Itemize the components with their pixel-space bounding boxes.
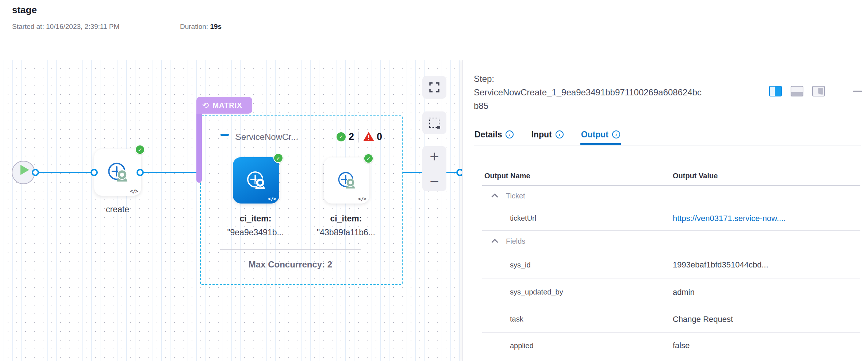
section-header-ticket[interactable]: Ticket (482, 186, 860, 206)
table-row: sys_updated_by admin (482, 278, 860, 306)
success-icon: ✓ (135, 145, 145, 155)
panel-tabs: Details i Input i Output i (474, 124, 861, 145)
matrix-badge[interactable]: ⟳ MATRIX (196, 97, 252, 114)
tab-output[interactable]: Output i (580, 124, 621, 145)
connector-port (32, 169, 39, 176)
output-name: sys_id (482, 261, 673, 269)
section-header-fields[interactable]: Fields (482, 231, 860, 252)
step-title: Step: ServiceNowCreate_1_9ea9e3491bb9711… (474, 72, 784, 113)
info-icon[interactable]: i (612, 130, 620, 138)
layout-split-bottom-icon[interactable] (791, 86, 803, 96)
step-title-line: ServiceNowCreate_1_9ea9e3491bb971100269a… (474, 86, 784, 99)
step-label-create: create (88, 205, 147, 214)
matrix-group-bar (196, 107, 202, 183)
section-label: Fields (506, 237, 525, 246)
param-value: "43b89fa11b6... (306, 225, 386, 239)
chevron-up-icon (491, 239, 498, 245)
failure-count-icon (364, 132, 374, 141)
matrix-node-2-params: ci_item: "43b89fa11b6... (306, 212, 386, 239)
matrix-badge-label: MATRIX (212, 101, 242, 110)
info-icon[interactable]: i (506, 130, 514, 138)
param-label: ci_item: (306, 212, 386, 225)
duration: Duration: 19s (180, 23, 222, 31)
code-icon: </> (268, 196, 276, 202)
step-title-line: b85 (474, 99, 784, 113)
tab-label: Input (531, 130, 552, 140)
fullscreen-button[interactable] (422, 76, 446, 99)
loop-icon: ⟳ (202, 101, 209, 110)
tab-details[interactable]: Details i (474, 124, 514, 145)
matrix-title: ServiceNowCr... (235, 132, 298, 142)
table-row: ticketUrl https://ven03171.service-now..… (482, 206, 860, 231)
execution-header: stage Started at: 10/16/2023, 2:39:11 PM… (0, 0, 868, 60)
layout-float-panel-icon[interactable] (812, 86, 825, 96)
zoom-in-button[interactable]: + (429, 150, 440, 162)
layout-split-right-icon[interactable] (769, 86, 782, 96)
success-count: 2 (349, 131, 354, 142)
chevron-up-icon (491, 193, 498, 200)
output-value: admin (673, 288, 860, 297)
matrix-status: ✓ 2 0 (337, 131, 382, 142)
stage-title: stage (12, 4, 37, 16)
max-concurrency-label: Max Concurrency: 2 (220, 259, 361, 270)
started-value: 10/16/2023, 2:39:11 PM (46, 23, 119, 30)
success-icon: ✓ (364, 153, 373, 163)
started-at: Started at: 10/16/2023, 2:39:11 PM (12, 23, 119, 31)
output-value: false (673, 341, 860, 350)
play-icon (20, 165, 29, 175)
output-value: Change Request (673, 315, 860, 324)
tab-input[interactable]: Input i (530, 124, 564, 145)
servicenow-create-icon (245, 169, 268, 192)
tab-label: Output (581, 130, 608, 140)
code-icon: </> (130, 188, 138, 194)
connector-port (91, 169, 98, 176)
marquee-icon (429, 118, 439, 128)
marquee-select-button[interactable] (422, 111, 446, 134)
duration-label: Duration: (180, 23, 208, 30)
success-icon: ✓ (273, 153, 283, 163)
code-icon: </> (358, 196, 366, 202)
servicenow-create-icon (106, 160, 130, 185)
tab-label: Details (475, 130, 502, 140)
param-label: ci_item: (215, 212, 296, 225)
output-value: 1993ebaf1bfd351044cbd... (673, 260, 860, 270)
output-name: ticketUrl (482, 214, 673, 223)
edge-create-to-matrix (140, 172, 196, 173)
pipeline-canvas[interactable]: </> ✓ create ⟳ MATRIX ServiceNowCr... ✓ … (0, 60, 462, 361)
matrix-step-node-1[interactable]: </> ✓ (233, 157, 279, 204)
table-row: applied false (482, 332, 860, 359)
column-header-output-name: Output Name (482, 172, 673, 180)
table-header-row: Output Name Output Value (482, 166, 860, 186)
success-count-icon: ✓ (337, 132, 346, 141)
started-label: Started at: (12, 23, 44, 30)
panel-layout-switcher (769, 86, 825, 96)
output-name: applied (482, 342, 673, 350)
step-title-line: Step: (474, 72, 784, 86)
collapse-matrix-icon[interactable] (220, 134, 229, 136)
section-label: Ticket (506, 192, 525, 200)
info-icon[interactable]: i (556, 130, 564, 138)
fullscreen-icon (429, 82, 440, 93)
matrix-divider (220, 249, 361, 250)
step-details-panel: Step: ServiceNowCreate_1_9ea9e3491bb9711… (462, 60, 868, 361)
param-value: "9ea9e3491b... (215, 225, 296, 239)
column-header-output-value: Output Value (673, 172, 860, 180)
servicenow-create-icon (336, 170, 357, 191)
table-row: task Change Request (482, 306, 860, 332)
output-value-link[interactable]: https://ven03171.service-now.... (673, 214, 860, 223)
matrix-node-1-params: ci_item: "9ea9e3491b... (215, 212, 296, 239)
status-divider (358, 132, 359, 142)
zoom-out-button[interactable]: − (429, 175, 440, 187)
output-name: task (482, 315, 673, 323)
duration-value: 19s (210, 23, 222, 30)
output-table: Output Name Output Value Ticket ticketUr… (482, 166, 860, 359)
matrix-step-node-2[interactable]: </> ✓ (324, 157, 369, 204)
table-row: sys_id 1993ebaf1bfd351044cbd... (482, 252, 860, 278)
output-name: sys_updated_by (482, 288, 673, 296)
zoom-controls: + − (422, 146, 446, 191)
connector-port (456, 169, 462, 176)
minimize-panel-icon[interactable] (853, 91, 862, 92)
step-node-create[interactable]: </> ✓ (94, 149, 141, 196)
connector-port (137, 169, 144, 176)
failure-count: 0 (377, 131, 382, 142)
